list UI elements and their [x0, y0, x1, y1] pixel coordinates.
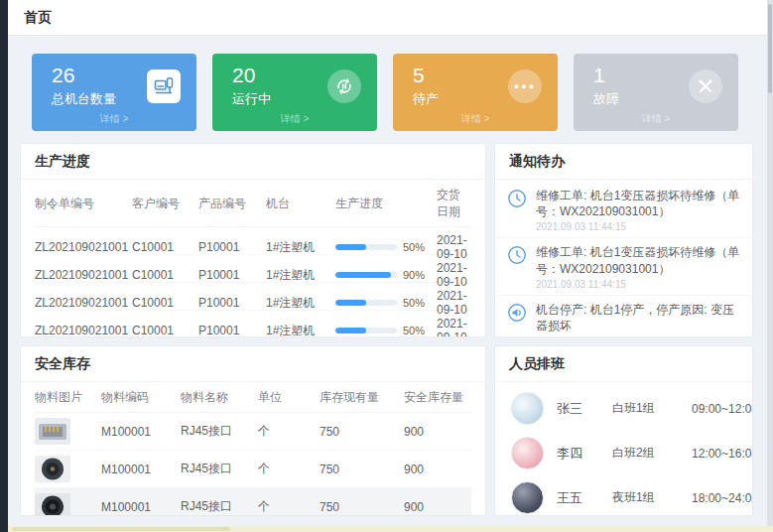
staff-name: 张三	[557, 400, 612, 418]
safety-stock-panel: 安全库存 物料图片 物料编码 物料名称 单位 库存现有量 安全库存量	[20, 345, 486, 516]
stat-detail-link[interactable]: 详情 >	[393, 110, 558, 131]
notification-time: 2021.09.03 11:44:15	[536, 279, 740, 290]
panel-title-schedule: 人员排班	[495, 346, 752, 382]
notification-item[interactable]: 维修工单: 机台1变压器损坏待维修（单号：WX202109031001） 202…	[495, 182, 752, 238]
notification-time: 2021.09.03 11:44:15	[536, 221, 740, 232]
schedule-row: 张三 白班1组 09:00~12:00	[495, 386, 752, 431]
vertical-scrollbar-thumb[interactable]	[768, 4, 772, 93]
avatar-lisi	[511, 437, 544, 469]
stat-detail-link[interactable]: 详情 >	[32, 110, 196, 131]
speaker-part-photo	[35, 493, 70, 516]
progress-label: 50%	[403, 241, 425, 253]
safety-qty: 900	[404, 463, 471, 476]
progress-label: 50%	[403, 325, 425, 336]
table-row: M100001 RJ45接口 个 750 900	[35, 451, 471, 488]
stat-value: 5	[413, 64, 439, 86]
notification-item[interactable]: 机台停产: 机台1停产，停产原因: 变压器损坏 2021.09.03 11:44…	[495, 296, 752, 337]
material-name: RJ45接口	[181, 423, 258, 440]
col-header: 单位	[258, 389, 320, 406]
stat-value: 1	[593, 64, 619, 86]
notification-list: 维修工单: 机台1变压器损坏待维修（单号：WX202109031001） 202…	[495, 180, 752, 337]
notification-text: 维修工单: 机台1变压器损坏待维修（单号：WX202109031001）	[536, 244, 740, 276]
stat-label: 故障	[593, 90, 619, 108]
staff-name: 李四	[557, 445, 612, 463]
top-bar: 首页	[8, 0, 767, 36]
progress-bar	[335, 328, 397, 333]
stat-card-fault[interactable]: 1 故障 详情 >	[574, 54, 738, 131]
notification-item[interactable]: 维修工单: 机台1变压器损坏待维修（单号：WX202109031001） 202…	[495, 238, 752, 295]
stat-card-pending[interactable]: 5 待产 ●●● 详情 >	[393, 54, 558, 131]
notification-text: 机台停产: 机台1停产，停产原因: 变压器损坏	[536, 302, 740, 333]
unit: 个	[258, 498, 320, 515]
shift-time: 09:00~12:00	[692, 402, 753, 416]
stat-label: 待产	[413, 90, 439, 108]
clock-icon	[507, 244, 527, 289]
shift-label: 夜班1组	[612, 489, 692, 506]
col-header: 交货日期	[437, 187, 471, 220]
vertical-scrollbar[interactable]	[767, 0, 773, 526]
progress-fill	[335, 300, 366, 306]
horizontal-scrollbar-thumb[interactable]	[12, 527, 230, 531]
progress-cell: 50%	[335, 297, 437, 309]
col-header: 物料编码	[101, 389, 181, 406]
notification-body: 维修工单: 机台1变压器损坏待维修（单号：WX202109031001） 202…	[536, 244, 740, 289]
col-header: 安全库存量	[404, 389, 471, 406]
progress-cell: 50%	[335, 325, 437, 336]
table-row: ZL202109021001 C10001 P10001 1#注塑机 50% 2…	[35, 283, 471, 311]
col-header: 物料名称	[181, 389, 258, 406]
customer-no: C10001	[132, 324, 198, 337]
stat-card-total-machines[interactable]: 26 总机台数量 详情 >	[32, 54, 196, 131]
order-no: ZL202109021001	[35, 268, 132, 282]
table-row: ZL202109021001 C10001 P10001 1#注塑机 90% 2…	[35, 255, 471, 283]
panels-row-top: 生产进度 制令单编号 客户编号 产品编号 机台 生产进度 交货日期 ZL2021…	[20, 143, 753, 337]
progress-bar	[335, 272, 397, 278]
order-no: ZL202109021001	[35, 324, 132, 337]
progress-cell: 90%	[335, 269, 437, 281]
production-progress-panel: 生产进度 制令单编号 客户编号 产品编号 机台 生产进度 交货日期 ZL2021…	[20, 143, 486, 337]
schedule-row: 王五 夜班1组 18:00~24:00	[495, 475, 752, 516]
panel-title-inventory: 安全库存	[21, 346, 485, 382]
material-code: M100001	[101, 500, 181, 514]
stat-label: 运行中	[232, 90, 271, 108]
stat-card-info: 20 运行中	[232, 64, 271, 107]
on-hand-qty: 750	[320, 463, 404, 476]
order-no: ZL202109021001	[35, 296, 132, 310]
machine: 1#注塑机	[266, 239, 335, 256]
avatar-wangwu	[511, 481, 544, 514]
tools-icon	[689, 69, 722, 103]
production-table-header: 制令单编号 客户编号 产品编号 机台 生产进度 交货日期	[35, 180, 471, 227]
on-hand-qty: 750	[320, 500, 404, 514]
stat-card-info: 1 故障	[593, 64, 619, 107]
customer-no: C10001	[132, 268, 198, 282]
avatar-zhangsan	[511, 392, 544, 425]
stat-detail-link[interactable]: 详情 >	[212, 110, 377, 131]
stat-card-main: 5 待产 ●●●	[393, 54, 558, 110]
shift-time: 18:00~24:00	[692, 491, 753, 505]
shift-label: 白班2组	[612, 445, 692, 462]
panel-title-production: 生产进度	[21, 144, 485, 180]
dashboard-page: 首页 26 总机台数量 详情 >	[8, 0, 767, 526]
stat-card-main: 1 故障	[574, 54, 738, 110]
col-header: 库存现有量	[320, 389, 404, 406]
delivery-date: 2021-09-10	[437, 233, 471, 261]
stat-card-info: 26 总机台数量	[52, 64, 116, 107]
page-title: 首页	[24, 9, 52, 27]
horizontal-scrollbar[interactable]	[8, 526, 773, 532]
notification-time: 2021.09.03 11:44:15	[536, 335, 740, 337]
stat-card-main: 20 运行中	[212, 54, 377, 110]
machine: 1#注塑机	[266, 323, 335, 338]
schedule-list: 张三 白班1组 09:00~12:00 李四 白班2组 12:00~16:00 …	[495, 382, 752, 516]
inventory-table-header: 物料图片 物料编码 物料名称 单位 库存现有量 安全库存量	[35, 382, 471, 413]
stat-detail-link[interactable]: 详情 >	[574, 110, 738, 131]
progress-label: 50%	[403, 297, 425, 309]
col-header: 生产进度	[335, 196, 437, 212]
progress-bar	[335, 244, 397, 250]
panels-row-bottom: 安全库存 物料图片 物料编码 物料名称 单位 库存现有量 安全库存量	[20, 345, 753, 516]
material-name: RJ45接口	[181, 461, 258, 477]
main-content: 生产进度 制令单编号 客户编号 产品编号 机台 生产进度 交货日期 ZL2021…	[8, 143, 767, 526]
clock-icon	[507, 188, 527, 232]
panel-title-notifications: 通知待办	[495, 144, 752, 180]
unit: 个	[258, 423, 320, 440]
stat-card-running[interactable]: 20 运行中 详情 >	[212, 54, 377, 131]
table-row: M100001 RJ45接口 个 750 900	[35, 488, 471, 516]
